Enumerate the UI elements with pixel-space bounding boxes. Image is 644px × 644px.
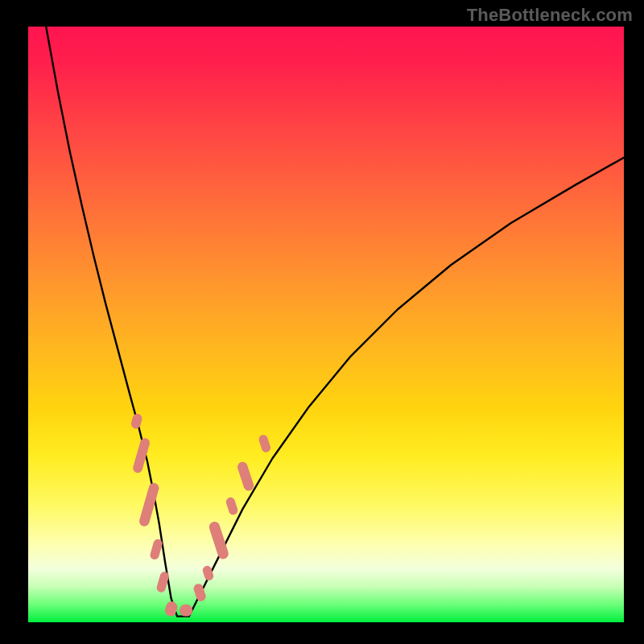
data-marker <box>225 496 238 516</box>
curve-layer <box>46 27 624 617</box>
data-marker <box>149 538 163 560</box>
plot-area <box>28 27 624 622</box>
data-marker <box>258 434 271 454</box>
chart-frame: TheBottleneck.com <box>0 0 644 644</box>
data-marker <box>138 481 160 527</box>
data-marker <box>180 605 192 617</box>
data-marker <box>236 460 254 492</box>
data-marker <box>130 413 142 430</box>
marker-layer <box>130 413 271 617</box>
watermark-text: TheBottleneck.com <box>467 5 633 26</box>
bottleneck-curve <box>46 27 624 617</box>
chart-svg <box>28 27 624 622</box>
